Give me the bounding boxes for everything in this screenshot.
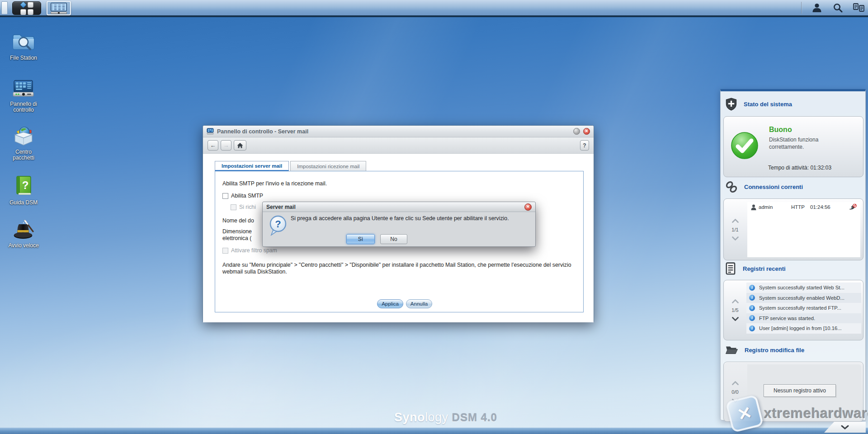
no-button[interactable]: No bbox=[380, 234, 407, 244]
log-text: System successfully started Web St... bbox=[759, 285, 844, 290]
desktop-icon-label: Avvio veloce bbox=[5, 243, 42, 249]
file-log-page-label: 0/0 bbox=[731, 389, 738, 395]
main-menu-icon bbox=[20, 2, 33, 15]
desktop-icon-control-panel[interactable]: Pannello di controllo bbox=[5, 80, 42, 113]
home-icon bbox=[237, 142, 243, 148]
system-status-title: Stato del sistema bbox=[744, 101, 792, 108]
tab-server-mail-settings[interactable]: Impostazioni server mail bbox=[215, 161, 289, 171]
pager-up-icon[interactable] bbox=[732, 219, 739, 223]
link-icon bbox=[725, 181, 738, 193]
back-button[interactable]: ← bbox=[208, 140, 218, 151]
log-list: i System successfully started Web St... … bbox=[746, 283, 861, 334]
status-description: DiskStation funziona correttamente. bbox=[769, 136, 830, 151]
window-title-icon bbox=[207, 128, 214, 135]
log-row: i FTP service was started. bbox=[746, 313, 861, 324]
spam-filter-row: Attivare filtro spam bbox=[222, 247, 277, 254]
info-icon: i bbox=[749, 315, 755, 321]
log-row: i System successfully enabled WebD... bbox=[746, 293, 861, 303]
home-button[interactable] bbox=[234, 140, 246, 151]
dialog-titlebar[interactable]: Server mail ✕ bbox=[263, 202, 535, 212]
desktop: File Station Pannello di controllo bbox=[0, 0, 868, 434]
window-toolbar: ← → ? bbox=[203, 137, 594, 154]
uptime-text: Tempo di attività: 01:32:03 bbox=[768, 165, 831, 171]
question-icon: ? bbox=[268, 215, 288, 238]
recent-logs-card: 1/5 i System successfully started Web St… bbox=[723, 280, 863, 340]
connections-header: Connessioni correnti bbox=[725, 181, 803, 193]
dialog-close-button[interactable]: ✕ bbox=[524, 203, 532, 211]
dialog-message: Si prega di accedere alla pagina Utente … bbox=[291, 215, 524, 222]
widget-panel: Stato del sistema Buono DiskStation funz… bbox=[720, 89, 866, 420]
enable-smtp-checkbox[interactable] bbox=[222, 193, 228, 199]
forward-button[interactable]: → bbox=[221, 140, 231, 151]
taskbar bbox=[0, 0, 868, 17]
domain-name-label: Nome del do bbox=[222, 217, 254, 224]
info-icon: i bbox=[749, 285, 755, 291]
pager-up-icon[interactable] bbox=[732, 299, 739, 303]
watermark: ✕ xtremehardware.com bbox=[729, 398, 868, 429]
info-icon: i bbox=[749, 305, 755, 311]
enable-smtp-label: Abilita SMTP bbox=[231, 193, 263, 199]
system-status-header: Stato del sistema bbox=[725, 98, 792, 111]
package-center-icon bbox=[12, 126, 35, 146]
desktop-icon-file-station[interactable]: File Station bbox=[5, 32, 42, 61]
connection-user: admin bbox=[759, 204, 791, 210]
disconnect-icon[interactable] bbox=[849, 204, 857, 210]
tab-bar: Impostazioni server mail Impostazioni ri… bbox=[215, 161, 366, 171]
connection-row: admin HTTP 01:24:56 bbox=[747, 202, 860, 212]
auth-required-label: Si richi bbox=[239, 204, 256, 210]
log-text: System successfully restarted FTP... bbox=[759, 305, 841, 311]
help-button[interactable]: ? bbox=[580, 140, 589, 151]
desktop-icon-label: Centro pacchetti bbox=[5, 149, 42, 161]
pager-down-icon[interactable] bbox=[732, 236, 739, 241]
logs-pager: 1/5 bbox=[724, 280, 746, 340]
control-panel-icon bbox=[51, 3, 67, 14]
window-close-button[interactable]: ✕ bbox=[583, 128, 590, 135]
main-menu-button[interactable] bbox=[12, 1, 41, 15]
pager-down-icon[interactable] bbox=[732, 317, 739, 321]
apply-button[interactable]: Applica bbox=[377, 299, 403, 308]
connections-pager: 1/1 bbox=[724, 199, 746, 260]
system-status-card: Buono DiskStation funziona correttamente… bbox=[723, 116, 863, 177]
window-minimize-button[interactable] bbox=[573, 128, 580, 135]
desktop-icon-label: File Station bbox=[5, 55, 42, 61]
connection-time: 01:24:56 bbox=[810, 204, 849, 210]
desktop-icon-quick-start[interactable]: Avvio veloce bbox=[5, 219, 42, 249]
smtp-intro-text: Abilita SMTP per l'invio e la ricezione … bbox=[222, 180, 327, 187]
log-text: User [admin] logged in from [10.16... bbox=[759, 326, 842, 331]
window-title: Pannello di controllo - Server mail bbox=[217, 128, 570, 135]
file-station-icon bbox=[11, 32, 36, 52]
quick-start-icon bbox=[12, 219, 35, 239]
recent-logs-title: Registri recenti bbox=[743, 265, 786, 272]
search-icon[interactable] bbox=[832, 2, 844, 14]
taskbar-item-control-panel[interactable] bbox=[47, 1, 71, 15]
connections-title: Connessioni correnti bbox=[744, 184, 803, 190]
recent-logs-header: Registri recenti bbox=[725, 262, 786, 275]
no-active-log-label: Nessun registro attivo bbox=[764, 384, 836, 397]
mail-station-note: Andare su "Menu principale" > "Centro pa… bbox=[222, 262, 574, 275]
connection-protocol: HTTP bbox=[791, 204, 810, 210]
dsm-help-icon: ? bbox=[14, 175, 33, 196]
pager-up-icon[interactable] bbox=[732, 381, 739, 385]
mail-size-label-line2: elettronica ( bbox=[222, 235, 251, 241]
dialog-title: Server mail bbox=[266, 204, 524, 210]
desktop-icon-package-center[interactable]: Centro pacchetti bbox=[5, 126, 42, 161]
control-panel-desktop-icon bbox=[12, 80, 35, 98]
file-log-header: Registro modifica file bbox=[725, 344, 804, 355]
log-row: i System successfully started Web St... bbox=[746, 283, 861, 293]
cancel-button[interactable]: Annulla bbox=[406, 299, 432, 308]
connection-user-icon bbox=[751, 204, 756, 210]
log-text: FTP service was started. bbox=[759, 316, 815, 321]
pilot-view-icon[interactable] bbox=[853, 2, 864, 14]
tab-mail-receive-settings[interactable]: Impostazioni ricezione mail bbox=[290, 161, 366, 171]
info-icon: i bbox=[749, 326, 755, 331]
status-value: Buono bbox=[769, 126, 792, 134]
auth-required-row: Si richi bbox=[231, 204, 256, 210]
show-desktop-button[interactable] bbox=[1, 1, 8, 14]
desktop-icon-dsm-help[interactable]: ? Guida DSM bbox=[5, 175, 42, 206]
synology-wordmark: Synology bbox=[394, 410, 448, 425]
log-row: i User [admin] logged in from [10.16... bbox=[746, 323, 861, 334]
window-titlebar[interactable]: Pannello di controllo - Server mail ✕ bbox=[203, 126, 594, 137]
yes-button[interactable]: Sì bbox=[346, 234, 375, 244]
user-icon[interactable] bbox=[811, 2, 823, 14]
log-row: i System successfully restarted FTP... bbox=[746, 303, 861, 313]
